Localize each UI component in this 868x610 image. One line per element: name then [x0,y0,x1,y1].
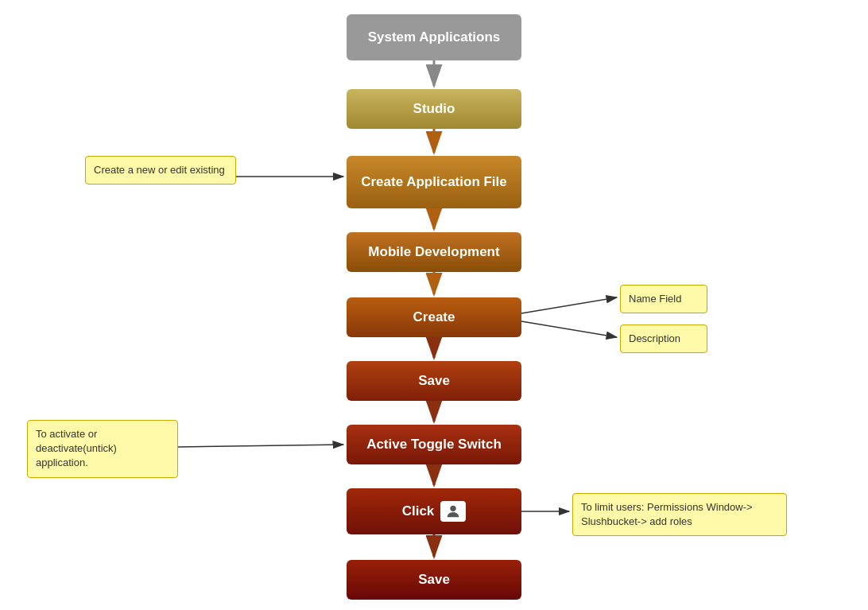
annotation-name-field-text: Name Field [629,293,681,305]
save2-label: Save [418,572,450,588]
create-app-file-label: Create Application File [361,174,507,190]
annotation-description-text: Description [629,332,680,344]
annotation-activate: To activate or deactivate(untick) applic… [27,420,178,478]
box-create-app-file: Create Application File [347,156,521,208]
flowchart: System Applications Studio Create Applic… [0,0,868,610]
box-mobile-dev: Mobile Development [347,232,521,272]
system-apps-label: System Applications [368,29,501,45]
person-icon [440,501,466,522]
box-studio: Studio [347,89,521,129]
mobile-dev-label: Mobile Development [368,244,499,260]
annotation-limit-users: To limit users: Permissions Window-> Slu… [572,493,787,536]
annotation-description: Description [620,324,707,353]
active-toggle-label: Active Toggle Switch [366,437,502,453]
box-save2: Save [347,560,521,600]
studio-label: Studio [413,101,455,117]
click-label: Click [402,503,435,519]
svg-line-15 [178,445,343,447]
box-click: Click [347,488,521,534]
svg-line-13 [521,297,617,313]
annotation-create-new-text: Create a new or edit existing [94,164,225,176]
annotation-limit-users-text: To limit users: Permissions Window-> Slu… [581,501,753,527]
annotation-create-new: Create a new or edit existing [85,156,236,185]
svg-point-17 [451,506,456,511]
click-content: Click [402,501,467,522]
svg-line-14 [521,321,617,337]
annotation-name-field: Name Field [620,285,707,313]
box-save1: Save [347,361,521,401]
box-create: Create [347,297,521,337]
create-label: Create [413,309,455,325]
box-active-toggle: Active Toggle Switch [347,425,521,464]
save1-label: Save [418,373,450,389]
annotation-activate-text: To activate or deactivate(untick) applic… [36,428,117,468]
box-system-apps: System Applications [347,14,521,60]
